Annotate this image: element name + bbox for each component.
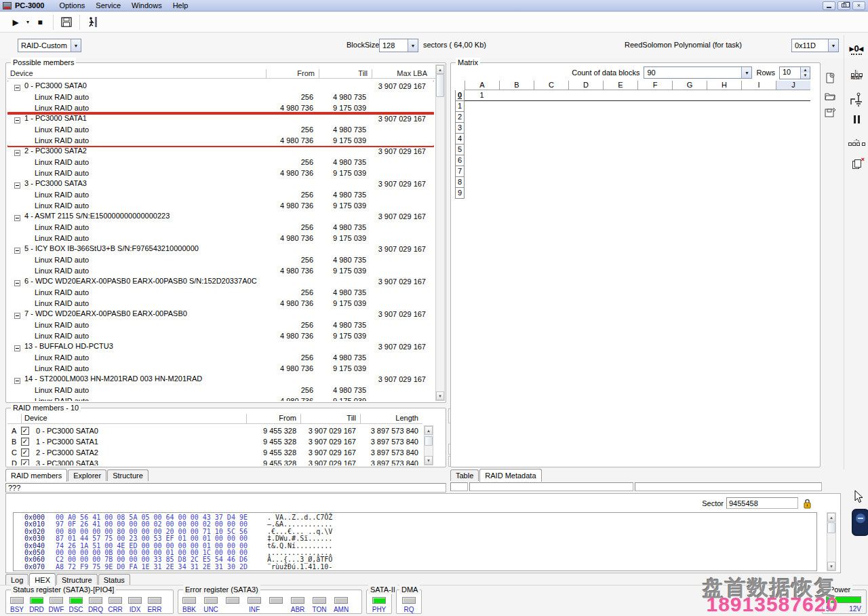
matrix-row-cells[interactable] (465, 112, 810, 123)
partition-row[interactable]: Linux RAID auto2564 980 735 (7, 222, 434, 233)
partition-row[interactable]: Linux RAID auto4 980 7369 175 039 (7, 265, 434, 276)
partition-row[interactable]: Linux RAID auto2564 980 735 (7, 92, 434, 102)
column-header-length[interactable]: Length (360, 414, 422, 423)
member-row[interactable]: D✓3 - PC3000 SATA39 455 3283 907 029 167… (7, 458, 422, 465)
device-row[interactable]: 4 - ASMT 2115 S/N:E1500000000000002233 9… (7, 211, 434, 222)
partition-row[interactable]: Linux RAID auto2564 980 735 (7, 254, 434, 265)
scroll-down-icon[interactable]: ▼ (425, 456, 433, 465)
partition-row[interactable]: Linux RAID auto4 980 7369 175 039 (7, 396, 434, 401)
matrix-row-header-7[interactable]: 7 (455, 166, 465, 177)
close-pages-button[interactable]: × (850, 157, 865, 171)
menu-windows[interactable]: Windows (126, 1, 167, 9)
matrix-column-header-d[interactable]: D (568, 81, 603, 90)
hex-dump-view[interactable]: 0x00000 A0 56 41 00 08 5A 05 00 64 00 00… (13, 512, 817, 571)
tab-table[interactable]: Table (450, 469, 479, 481)
save-button[interactable] (59, 14, 74, 31)
device-row[interactable]: 1 - PC3000 SATA13 907 029 167 (7, 113, 434, 124)
chevron-down-icon[interactable]: ▼ (828, 39, 838, 52)
partition-row[interactable]: Linux RAID auto2564 980 735 (7, 157, 434, 168)
partition-row[interactable]: Linux RAID auto4 980 7369 175 039 (7, 102, 434, 113)
tab-structure[interactable]: Structure (107, 469, 149, 481)
tab-raid-metadata[interactable]: RAID Metadata (479, 469, 541, 482)
member-row[interactable]: A✓0 - PC3000 SATA09 455 3283 907 029 167… (7, 425, 422, 436)
close-button[interactable]: × (852, 1, 865, 10)
matrix-row-header-1[interactable]: 1 (455, 101, 465, 112)
partition-row[interactable]: Linux RAID auto2564 980 735 (7, 189, 434, 200)
device-row[interactable]: 0 - PC3000 SATA03 907 029 167 (7, 81, 434, 92)
open-matrix-button[interactable] (823, 88, 837, 103)
partition-row[interactable]: Linux RAID auto2564 980 735 (7, 320, 434, 330)
reedsolomon-combobox[interactable]: 0x11D ▼ (791, 39, 839, 52)
spin-down-icon[interactable]: ▼ (801, 73, 810, 79)
collapse-expander-icon[interactable] (14, 85, 20, 91)
matrix-column-header-b[interactable]: B (499, 81, 534, 90)
possible-members-scrollbar[interactable]: ▲ ▼ (435, 64, 445, 401)
matrix-column-header-j[interactable]: J (776, 81, 810, 90)
menu-options[interactable]: Options (54, 1, 90, 9)
matrix-column-header-a[interactable]: A (465, 81, 499, 90)
spin-up-icon[interactable]: ▲ (801, 67, 810, 73)
tab-log[interactable]: Log (5, 574, 28, 585)
rows-spinner[interactable]: 10 ▲▼ (779, 66, 810, 79)
collapse-expander-icon[interactable] (14, 248, 20, 254)
matrix-row-cells[interactable] (465, 123, 810, 134)
matrix-row-header-5[interactable]: 5 (455, 145, 465, 155)
tab-status[interactable]: Status (98, 574, 130, 585)
matrix-row-cells[interactable] (465, 177, 810, 188)
pause-button[interactable] (850, 114, 863, 125)
hex-scrollbar[interactable]: ▲ ▼ (827, 512, 836, 571)
matrix-row-cells[interactable] (465, 166, 810, 177)
member-row[interactable]: C✓2 - PC3000 SATA29 455 3283 907 029 167… (7, 447, 422, 458)
scroll-up-icon[interactable]: ▲ (425, 426, 433, 435)
device-row[interactable]: 2 - PC3000 SATA23 907 029 167 (7, 146, 434, 157)
scroll-down-icon[interactable]: ▼ (827, 562, 835, 571)
matrix-row-header-4[interactable]: 4 (455, 134, 465, 145)
raid-members-scrollbar[interactable]: ▲ ▼ (424, 425, 433, 465)
matrix-row-header-9[interactable]: 9 (455, 188, 465, 199)
partition-row[interactable]: Linux RAID auto2564 980 735 (7, 124, 434, 135)
column-header-from[interactable]: From (246, 414, 300, 423)
column-header-device[interactable]: Device (7, 69, 266, 78)
count-data-blocks-combobox[interactable]: 90 ▼ (644, 66, 752, 79)
chevron-down-icon[interactable]: ▼ (408, 39, 418, 52)
chevron-down-icon[interactable]: ▼ (741, 67, 751, 78)
matrix-row-cells[interactable] (465, 188, 810, 199)
partition-row[interactable]: Linux RAID auto4 980 7369 175 039 (7, 168, 434, 178)
column-header-from[interactable]: From (266, 69, 319, 78)
power-sector-zero-button[interactable]: ▸0◂ (848, 41, 865, 57)
scroll-up-icon[interactable]: ▲ (436, 65, 444, 74)
sector-input[interactable] (726, 497, 798, 509)
collapse-expander-icon[interactable] (14, 182, 20, 189)
collapse-expander-icon[interactable] (14, 117, 20, 123)
collapse-expander-icon[interactable] (14, 345, 20, 351)
partition-row[interactable]: Linux RAID auto4 980 7369 175 039 (7, 298, 434, 309)
matrix-row-header-8[interactable]: 8 (455, 177, 465, 188)
scroll-up-icon[interactable]: ▲ (827, 513, 835, 522)
matrix-column-header-i[interactable]: I (741, 81, 776, 90)
member-checkbox[interactable]: ✓ (21, 427, 29, 435)
device-row[interactable]: 3 - PC3000 SATA33 907 029 167 (7, 178, 434, 189)
tab-hex[interactable]: HEX (29, 573, 56, 586)
sector-lock-button[interactable] (801, 497, 813, 509)
matrix-column-header-f[interactable]: F (637, 81, 672, 90)
matrix-row-header-2[interactable]: 2 (455, 112, 465, 123)
matrix-column-header-e[interactable]: E (603, 81, 637, 90)
run-button[interactable]: ▶ (8, 14, 23, 31)
device-row[interactable]: 13 - BUFFALO HD-PCTU33 907 029 167 (7, 341, 434, 352)
tab-explorer[interactable]: Explorer (68, 469, 106, 481)
matrix-column-header-h[interactable]: H (707, 81, 741, 90)
collapse-expander-icon[interactable] (14, 378, 20, 384)
member-row[interactable]: B✓1 - PC3000 SATA19 455 3283 907 029 167… (7, 436, 422, 447)
chevron-down-icon[interactable]: ▼ (71, 39, 81, 52)
matrix-row-cells[interactable] (465, 134, 810, 145)
collapse-expander-icon[interactable] (14, 150, 20, 156)
matrix-column-header-g[interactable]: G (672, 81, 707, 90)
power-source-button[interactable] (848, 91, 865, 109)
stop-button[interactable]: ■ (33, 14, 47, 31)
device-row[interactable]: 5 - ICY BOX IB-366StU3+B S/N:F9765432100… (7, 244, 434, 254)
partition-row[interactable]: Linux RAID auto4 980 7369 175 039 (7, 135, 434, 146)
member-checkbox[interactable]: ✓ (21, 448, 29, 457)
reset-counters-button[interactable]: 1↓ RESET (848, 66, 865, 83)
device-row[interactable]: 14 - ST2000LM003 HN-M201RAD 003 HN-M201R… (7, 374, 434, 385)
matrix-column-header-c[interactable]: C (534, 81, 568, 90)
